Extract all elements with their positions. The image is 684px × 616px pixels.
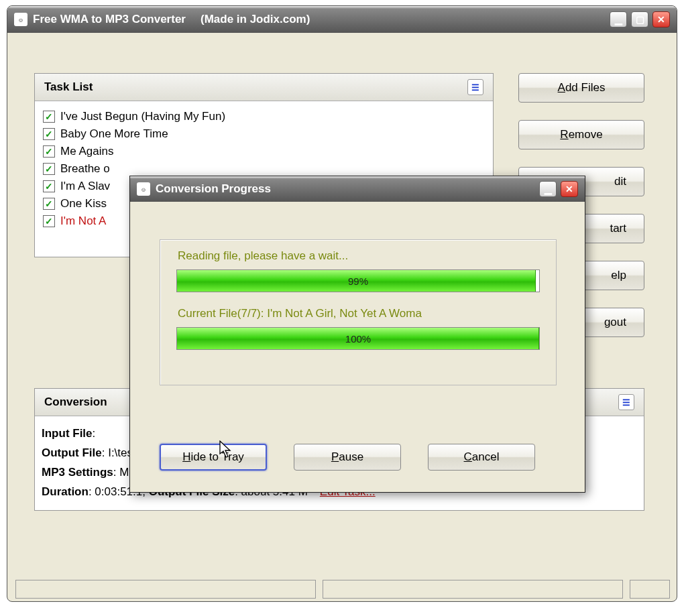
minimize-button[interactable]: ▁ [539, 181, 557, 197]
pause-button[interactable]: Pause [294, 444, 401, 471]
task-item-label: I'm Not A [60, 214, 106, 228]
status-cell [323, 580, 623, 599]
dialog-title: Conversion Progress [156, 182, 539, 196]
app-icon: ⌾ [14, 13, 27, 26]
dialog-button-row: Hide to Tray Pause Cancel [160, 444, 535, 471]
current-file-progress-bar: 100% [176, 327, 540, 350]
minimize-button[interactable]: ▁ [610, 11, 627, 27]
hide-to-tray-button[interactable]: Hide to Tray [160, 444, 267, 471]
dialog-titlebar[interactable]: ⌾ Conversion Progress ▁ ✕ [130, 176, 585, 202]
task-item-label: Me Agains [60, 145, 113, 158]
current-file-progress-text: 100% [177, 328, 539, 349]
checkbox-icon[interactable]: ✓ [43, 198, 55, 210]
reading-file-label: Reading file, please have a wait... [160, 240, 556, 267]
close-button[interactable]: ✕ [652, 11, 670, 27]
checkbox-icon[interactable]: ✓ [43, 111, 55, 123]
task-item[interactable]: ✓I've Just Begun (Having My Fun) [40, 108, 488, 125]
collapse-icon[interactable]: ☰ [467, 79, 483, 95]
duration-label: Duration [42, 485, 89, 498]
conversion-progress-dialog: ⌾ Conversion Progress ▁ ✕ Reading file, … [129, 176, 585, 493]
task-list-header: Task List ☰ [35, 74, 493, 101]
mp3-settings-label: MP3 Settings [42, 466, 113, 479]
checkbox-icon[interactable]: ✓ [43, 163, 55, 175]
main-titlebar[interactable]: ⌾ Free WMA to MP3 Converter (Made in Jod… [7, 6, 677, 33]
cancel-button[interactable]: Cancel [428, 444, 535, 471]
close-button[interactable]: ✕ [561, 181, 578, 197]
task-item-label: Breathe o [60, 162, 110, 176]
checkbox-icon[interactable]: ✓ [43, 180, 55, 192]
task-item[interactable]: ✓Baby One More Time [40, 125, 488, 143]
conversion-details-title: Conversion [44, 395, 107, 409]
input-file-label: Input File [42, 427, 93, 440]
task-item-label: I've Just Begun (Having My Fun) [60, 110, 225, 123]
window-subtitle: (Made in Jodix.com) [201, 13, 610, 26]
task-item-label: One Kiss [60, 197, 107, 210]
task-list-title: Task List [44, 80, 93, 94]
overall-progress-bar: 99% [176, 269, 540, 292]
add-files-button[interactable]: Add Files [518, 73, 644, 103]
overall-progress-text: 99% [177, 270, 539, 292]
output-file-label: Output File [42, 446, 102, 459]
collapse-icon[interactable]: ☰ [618, 394, 634, 410]
checkbox-icon[interactable]: ✓ [43, 128, 55, 140]
current-file-label: Current File(7/7): I'm Not A Girl, Not Y… [160, 298, 556, 324]
status-cell [630, 580, 670, 599]
checkbox-icon[interactable]: ✓ [43, 215, 55, 227]
remove-button[interactable]: Remove [518, 120, 644, 149]
task-item-label: Baby One More Time [60, 127, 168, 141]
status-cell [15, 580, 316, 599]
task-item[interactable]: ✓Me Agains [40, 143, 488, 160]
dialog-icon: ⌾ [137, 182, 150, 196]
progress-group: Reading file, please have a wait... 99% … [160, 239, 557, 385]
status-bar [15, 580, 670, 599]
task-item-label: I'm A Slav [60, 180, 110, 193]
window-title: Free WMA to MP3 Converter [33, 13, 186, 26]
maximize-button[interactable]: ▢ [631, 11, 648, 27]
checkbox-icon[interactable]: ✓ [43, 145, 55, 158]
